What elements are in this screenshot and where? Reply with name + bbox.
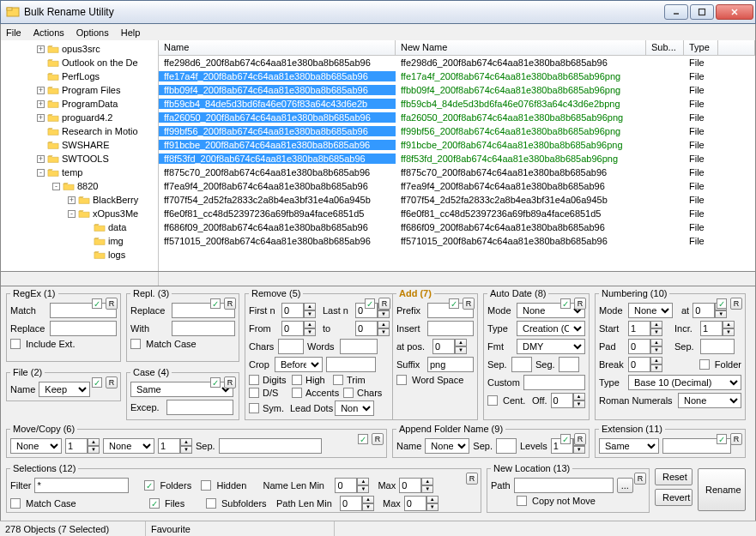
- tree-row[interactable]: -temp: [1, 166, 158, 179]
- expand-icon[interactable]: +: [37, 155, 45, 163]
- regex-include-check[interactable]: [10, 339, 21, 349]
- newloc-copy-check[interactable]: [517, 496, 527, 506]
- expand-icon[interactable]: -: [52, 183, 60, 190]
- numbering-sep-input[interactable]: [700, 339, 735, 354]
- remove-crop-input[interactable]: [326, 357, 376, 372]
- add-suffix-input[interactable]: [427, 357, 474, 372]
- movecopy-sel2[interactable]: None: [103, 438, 154, 454]
- append-reset[interactable]: R: [574, 433, 586, 445]
- regex-replace-input[interactable]: [50, 321, 117, 336]
- menu-actions[interactable]: Actions: [33, 27, 64, 38]
- autodate-sep-input[interactable]: [511, 357, 532, 372]
- remove-lead-select[interactable]: Non: [335, 400, 374, 416]
- remove-reset[interactable]: R: [378, 298, 390, 310]
- numbering-break-spin[interactable]: ▲▼: [628, 357, 662, 372]
- tree-row[interactable]: +BlackBerry: [1, 193, 158, 207]
- minimize-button[interactable]: [664, 4, 688, 20]
- reset-button[interactable]: Reset: [655, 468, 692, 485]
- add-enable-check[interactable]: [449, 298, 459, 309]
- repl-enable-check[interactable]: [210, 298, 221, 309]
- movecopy-reset[interactable]: R: [372, 433, 384, 445]
- case-reset[interactable]: R: [224, 376, 236, 388]
- autodate-enable-check[interactable]: [560, 298, 571, 309]
- file-row[interactable]: ffbb09f4_200f8ab674c64aa81e380ba8b685ab9…: [159, 83, 755, 97]
- file-row[interactable]: ff7ea9f4_200f8ab674c64aa81e380ba8b685ab9…: [159, 179, 755, 193]
- menu-file[interactable]: File: [6, 27, 21, 38]
- movecopy-sel1[interactable]: None: [10, 438, 62, 454]
- movecopy-spin1[interactable]: ▲▼: [65, 438, 100, 454]
- file-row[interactable]: ffa26050_200f8ab674c64aa81e380ba8b685ab9…: [159, 111, 755, 124]
- file-row[interactable]: ffb59cb4_84de5d3bd6fa46e076f83a64c43d6e2…: [159, 97, 755, 111]
- case-enable-check[interactable]: [210, 377, 221, 388]
- selections-filter-input[interactable]: [34, 478, 129, 493]
- autodate-off-spin[interactable]: ▲▼: [551, 393, 585, 408]
- tree-row[interactable]: -8820: [1, 179, 158, 193]
- tree-row[interactable]: -xOpus3Me: [1, 207, 158, 220]
- selections-matchcase-check[interactable]: [10, 498, 21, 509]
- add-insert-input[interactable]: [427, 321, 474, 336]
- autodate-cent-check[interactable]: [487, 395, 498, 406]
- selections-reset[interactable]: R: [466, 473, 478, 485]
- file-row[interactable]: ff8f53fd_200f8ab674c64aa81e380ba8b685ab9…: [159, 152, 755, 166]
- newloc-reset[interactable]: R: [634, 473, 646, 485]
- tree-row[interactable]: img: [1, 234, 158, 248]
- file-row[interactable]: ff571015_200f8ab674c64aa81e380ba8b685ab9…: [159, 234, 755, 248]
- numbering-incr-spin[interactable]: ▲▼: [700, 321, 735, 336]
- expand-icon[interactable]: +: [37, 114, 45, 122]
- append-sep-input[interactable]: [496, 438, 517, 454]
- col-type[interactable]: Type: [684, 40, 718, 55]
- numbering-enable-check[interactable]: [717, 298, 727, 309]
- repl-reset[interactable]: R: [224, 298, 236, 310]
- newloc-path-input[interactable]: [514, 478, 614, 493]
- autodate-reset[interactable]: R: [574, 298, 586, 310]
- movecopy-sep-input[interactable]: [219, 438, 322, 454]
- remove-chars-input[interactable]: [278, 339, 304, 354]
- selections-max1-spin[interactable]: ▲▼: [399, 478, 433, 493]
- append-name-select[interactable]: None: [425, 438, 469, 454]
- file-reset[interactable]: R: [106, 376, 118, 388]
- selections-nlm-spin[interactable]: ▲▼: [335, 478, 369, 493]
- folder-tree[interactable]: +opus3srcOutlook on the DePerfLogs+Progr…: [1, 40, 159, 271]
- autodate-custom-input[interactable]: [523, 375, 585, 390]
- close-button[interactable]: [716, 4, 753, 20]
- regex-enable-check[interactable]: [92, 298, 102, 309]
- selections-hidden-check[interactable]: [201, 480, 211, 491]
- remove-trim-check[interactable]: [333, 375, 343, 385]
- file-row[interactable]: ffe17a4f_200f8ab674c64aa81e380ba8b685ab9…: [159, 69, 755, 83]
- numbering-pad-spin[interactable]: ▲▼: [628, 339, 662, 354]
- tree-row[interactable]: +ProgramData: [1, 97, 158, 111]
- expand-icon[interactable]: +: [37, 100, 45, 108]
- tree-row[interactable]: +Program Files: [1, 83, 158, 97]
- remove-ds-check[interactable]: [249, 388, 259, 398]
- remove-enable-check[interactable]: [365, 298, 375, 309]
- filelist-hscroll[interactable]: [159, 272, 755, 286]
- remove-to-spin[interactable]: ▲▼: [355, 321, 390, 336]
- menu-options[interactable]: Options: [76, 27, 109, 38]
- case-excep-input[interactable]: [166, 400, 233, 415]
- tree-row[interactable]: data: [1, 220, 158, 234]
- file-row[interactable]: ff6e0f81_cc48d52397236a69fb89a4face6851d…: [159, 207, 755, 220]
- numbering-mode-select[interactable]: None: [628, 303, 673, 318]
- expand-icon[interactable]: +: [37, 87, 45, 94]
- file-row[interactable]: ff686f09_200f8ab674c64aa81e380ba8b685ab9…: [159, 220, 755, 234]
- tree-row[interactable]: SWSHARE: [1, 138, 158, 152]
- selections-subfolders-check[interactable]: [206, 498, 216, 509]
- col-sub[interactable]: Sub...: [646, 40, 684, 55]
- repl-with-input[interactable]: [172, 321, 235, 336]
- tree-row[interactable]: Research in Motio: [1, 124, 158, 138]
- ext-reset[interactable]: R: [730, 433, 742, 445]
- remove-crop-select[interactable]: Before: [275, 357, 323, 372]
- file-list[interactable]: ffe298d6_200f8ab674c64aa81e380ba8b685ab9…: [159, 56, 755, 271]
- numbering-start-spin[interactable]: ▲▼: [628, 321, 662, 336]
- tree-row[interactable]: +SWTOOLS: [1, 152, 158, 166]
- tree-row[interactable]: logs: [1, 248, 158, 262]
- tree-row[interactable]: Outlook on the De: [1, 56, 158, 69]
- rename-button[interactable]: Rename: [698, 468, 746, 511]
- remove-words-input[interactable]: [340, 339, 378, 354]
- file-row[interactable]: ff99bf56_200f8ab674c64aa81e380ba8b685ab9…: [159, 124, 755, 138]
- ext-enable-check[interactable]: [717, 434, 727, 444]
- ext-select[interactable]: Same: [599, 438, 659, 454]
- file-enable-check[interactable]: [92, 377, 102, 388]
- col-newname[interactable]: New Name: [396, 40, 646, 55]
- file-row[interactable]: ff91bcbe_200f8ab674c64aa81e380ba8b685ab9…: [159, 138, 755, 152]
